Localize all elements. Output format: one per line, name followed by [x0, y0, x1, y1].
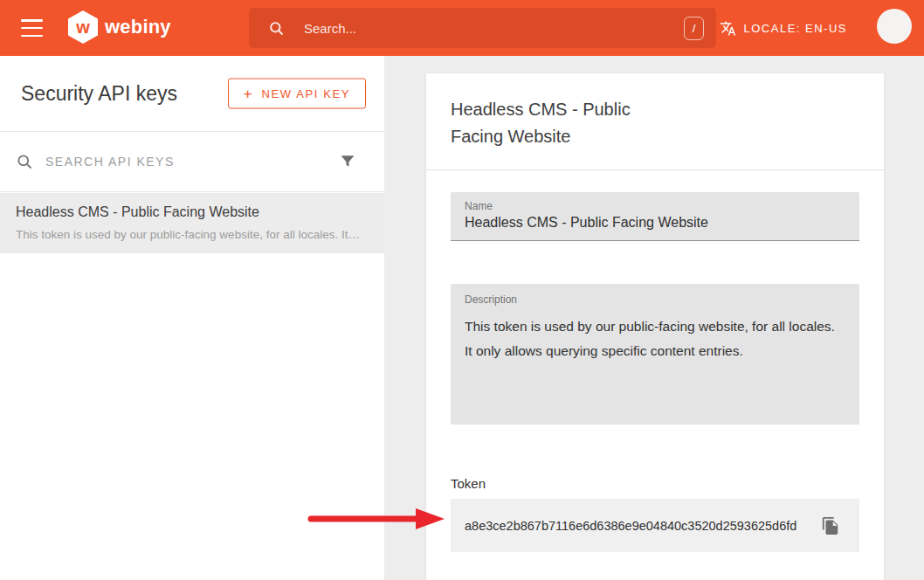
top-app-bar: w webiny / LOCALE: EN-US — [0, 0, 924, 56]
brand-wordmark: webiny — [105, 16, 171, 38]
api-key-item-description: This token is used by our public-facing … — [16, 228, 369, 241]
filter-button[interactable] — [339, 153, 356, 170]
copy-token-button[interactable] — [812, 516, 845, 535]
plus-icon: + — [244, 85, 252, 102]
description-textarea[interactable]: This token is used by our public-facing … — [465, 314, 845, 419]
list-search-row — [0, 132, 384, 192]
locale-label: LOCALE: EN-US — [744, 22, 847, 35]
name-field: Name — [451, 192, 859, 241]
locale-selector[interactable]: LOCALE: EN-US — [720, 0, 847, 56]
copy-icon — [821, 516, 840, 535]
user-avatar[interactable] — [877, 9, 912, 44]
token-label: Token — [451, 476, 859, 491]
search-icon — [268, 20, 285, 37]
global-search-input[interactable] — [304, 21, 684, 36]
description-field-label: Description — [465, 293, 845, 306]
list-panel-header: Security API keys + NEW API KEY — [0, 56, 384, 132]
new-api-key-button-label: NEW API KEY — [262, 87, 350, 100]
keyboard-shortcut-badge: / — [684, 17, 704, 40]
detail-card-body: Name Description This token is used by o… — [426, 192, 884, 552]
detail-card-header: Headless CMS - Public Facing Website — [426, 73, 884, 170]
menu-icon[interactable] — [21, 19, 43, 37]
filter-funnel-icon — [339, 153, 356, 170]
page-title: Security API keys — [21, 82, 177, 106]
webiny-logo[interactable]: w webiny — [68, 10, 171, 44]
api-key-list-item[interactable]: Headless CMS - Public Facing Website Thi… — [0, 193, 384, 253]
api-keys-search-input[interactable] — [45, 155, 327, 169]
api-key-detail-panel: Headless CMS - Public Facing Website Nam… — [384, 56, 924, 580]
api-keys-list-panel: Security API keys + NEW API KEY Headless… — [0, 56, 384, 580]
new-api-key-button[interactable]: + NEW API KEY — [228, 79, 366, 109]
translate-icon — [720, 20, 736, 37]
detail-card-title: Headless CMS - Public Facing Website — [451, 96, 678, 150]
global-search-bar[interactable]: / — [249, 8, 716, 48]
token-value: a8e3ce2b867b7116e6d6386e9e04840c3520d259… — [465, 519, 812, 533]
brand-letter: w — [76, 18, 90, 36]
search-icon — [16, 153, 33, 170]
token-box: a8e3ce2b867b7116e6d6386e9e04840c3520d259… — [451, 499, 859, 552]
webiny-hexagon-icon: w — [68, 10, 98, 44]
name-input[interactable] — [465, 215, 845, 231]
description-field: Description This token is used by our pu… — [451, 284, 859, 425]
api-key-item-title: Headless CMS - Public Facing Website — [16, 204, 369, 220]
api-key-detail-card: Headless CMS - Public Facing Website Nam… — [426, 73, 884, 580]
name-field-label: Name — [465, 200, 845, 212]
